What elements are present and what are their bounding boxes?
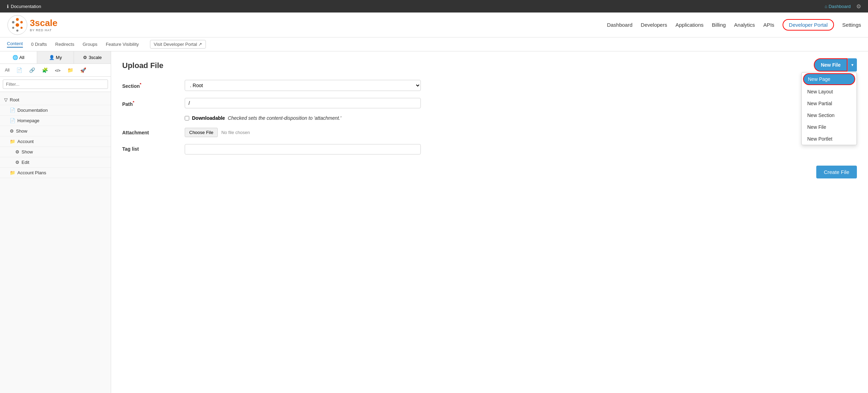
top-bar-right: ⌂ Dashboard ⚙ [825, 3, 861, 10]
sidebar-tabs: 🌐 All 👤 My ⚙ 3scale [0, 51, 111, 64]
gear-icon: ⚙ [15, 160, 19, 165]
nav-developers[interactable]: Developers [641, 22, 667, 28]
subnav-groups[interactable]: Groups [83, 42, 98, 47]
file-icon: 📄 [10, 108, 15, 113]
dashboard-link[interactable]: ⌂ Dashboard [825, 4, 851, 9]
folder-icon: 📁 [67, 67, 73, 73]
folder-icon: 📁 [10, 139, 15, 144]
filter-code-button[interactable]: </> [53, 66, 62, 74]
dropdown-item-new-page[interactable]: New Page [803, 73, 855, 85]
path-input[interactable] [185, 98, 421, 108]
tag-list-input[interactable] [185, 144, 421, 154]
checkbox-row: Downloadable Checked sets the content-di… [185, 115, 421, 121]
form-row-section: Section* . Root Documentation Homepage [122, 80, 857, 91]
form-row-path: Path* [122, 98, 857, 108]
info-icon: ℹ [7, 4, 9, 9]
sidebar: 🌐 All 👤 My ⚙ 3scale All 📄 🔗 🧩 [0, 51, 111, 393]
subnav-drafts[interactable]: 0 Drafts [31, 42, 47, 47]
tree-item-label: Homepage [17, 118, 40, 123]
tree-item-label: Root [10, 97, 19, 102]
sidebar-tab-all[interactable]: 🌐 All [0, 51, 37, 64]
settings-icon[interactable]: ⚙ [856, 3, 861, 10]
path-control [185, 98, 421, 108]
tree-item-label: Account Plans [17, 170, 46, 175]
tag-list-label: Tag list [122, 144, 178, 152]
tree-item-show[interactable]: ⚙ Show [0, 126, 111, 136]
svg-point-6 [12, 21, 15, 23]
new-file-caret-button[interactable]: ▾ [848, 58, 857, 72]
external-link-icon: ↗ [198, 42, 202, 47]
dropdown-item-new-partial[interactable]: New Partial [802, 98, 857, 109]
logo-sub: BY RED HAT [30, 28, 58, 32]
subnav-content[interactable]: Content [7, 41, 23, 48]
dropdown-item-new-layout[interactable]: New Layout [802, 86, 857, 98]
tree-item-documentation[interactable]: 📄 Documentation [0, 105, 111, 116]
nav-dashboard[interactable]: Dashboard [607, 22, 632, 28]
tree-item-label: Show [22, 149, 33, 154]
logo-svg [7, 15, 28, 35]
subnav-feature-visibility[interactable]: Feature Visibility [106, 42, 139, 47]
downloadable-checkbox[interactable] [185, 116, 189, 120]
logo-name: 3scale [30, 18, 58, 28]
sidebar-icon-bar: All 📄 🔗 🧩 </> 📁 🚀 [0, 64, 111, 77]
tree-item-homepage[interactable]: 📄 Homepage [0, 116, 111, 126]
gear-icon: ⚙ [10, 128, 14, 134]
sidebar-tab-my[interactable]: 👤 My [37, 51, 74, 64]
gear-icon: ⚙ [83, 55, 87, 60]
nav-applications[interactable]: Applications [675, 22, 703, 28]
folder-icon: 📁 [10, 170, 15, 175]
form-row-attachment: Attachment Choose File No file chosen [122, 128, 857, 137]
top-right-actions: New File ▾ New Page New Layout New Parti… [801, 58, 857, 145]
dropdown-item-new-section[interactable]: New Section [802, 109, 857, 121]
filter-input[interactable] [3, 80, 108, 89]
nav-developer-portal[interactable]: Developer Portal [783, 19, 834, 31]
tree-item-account-edit[interactable]: ⚙ Edit [0, 157, 111, 168]
nav-apis[interactable]: APIs [763, 22, 774, 28]
tree-item-account-show[interactable]: ⚙ Show [0, 147, 111, 157]
filter-all-button[interactable]: All [3, 66, 11, 74]
content-wrapper: 🌐 All 👤 My ⚙ 3scale All 📄 🔗 🧩 [0, 51, 868, 393]
dropdown-item-new-portlet[interactable]: New Portlet [802, 133, 857, 145]
nav-analytics[interactable]: Analytics [734, 22, 755, 28]
nav-billing[interactable]: Billing [712, 22, 726, 28]
section-label: Section* [122, 80, 178, 89]
puzzle-icon: 🧩 [42, 67, 48, 73]
tree-item-label: Edit [22, 160, 29, 165]
create-file-button[interactable]: Create File [816, 166, 857, 178]
file-icon: 📄 [10, 118, 15, 123]
svg-point-7 [16, 23, 19, 27]
path-label: Path* [122, 98, 178, 107]
top-bar-left: ℹ Documentation [7, 4, 41, 9]
nav-settings[interactable]: Settings [842, 22, 861, 28]
filter-folder-button[interactable]: 📁 [65, 66, 75, 74]
main-header: 3scale BY RED HAT Dashboard Developers A… [0, 12, 868, 37]
svg-point-5 [12, 27, 14, 29]
folder-toggle-icon: ▽ [4, 97, 8, 102]
subnav-redirects[interactable]: Redirects [55, 42, 74, 47]
downloadable-desc: Checked sets the content-disposition to … [228, 115, 341, 121]
filter-partial-button[interactable]: 🧩 [40, 66, 50, 74]
choose-file-button[interactable]: Choose File [185, 128, 218, 137]
filter-rocket-button[interactable]: 🚀 [78, 66, 88, 74]
tree-item-account[interactable]: 📁 Account [0, 136, 111, 147]
tree-item-label: Show [16, 128, 27, 134]
filter-link-button[interactable]: 🔗 [27, 66, 37, 74]
user-icon: 👤 [49, 55, 55, 60]
code-icon: </> [55, 68, 60, 73]
new-file-button[interactable]: New File [814, 58, 848, 72]
downloadable-label-spacer [122, 115, 178, 117]
visit-portal-button[interactable]: Visit Developer Portal ↗ [150, 40, 206, 49]
form-row-downloadable: Downloadable Checked sets the content-di… [122, 115, 857, 121]
sidebar-tab-3scale[interactable]: ⚙ 3scale [74, 51, 111, 64]
new-file-group: New File ▾ [814, 58, 857, 72]
dropdown-item-new-file[interactable]: New File [802, 121, 857, 133]
section-select[interactable]: . Root Documentation Homepage [185, 80, 421, 91]
sub-nav: Content 0 Drafts Redirects Groups Featur… [0, 37, 868, 51]
tree-item-root[interactable]: ▽ Root [0, 95, 111, 105]
downloadable-control: Downloadable Checked sets the content-di… [185, 115, 421, 121]
no-file-text: No file chosen [221, 130, 250, 135]
sidebar-filter [0, 77, 111, 92]
gear-icon: ⚙ [15, 149, 19, 154]
filter-page-button[interactable]: 📄 [14, 66, 24, 74]
tree-item-account-plans[interactable]: 📁 Account Plans [0, 168, 111, 178]
